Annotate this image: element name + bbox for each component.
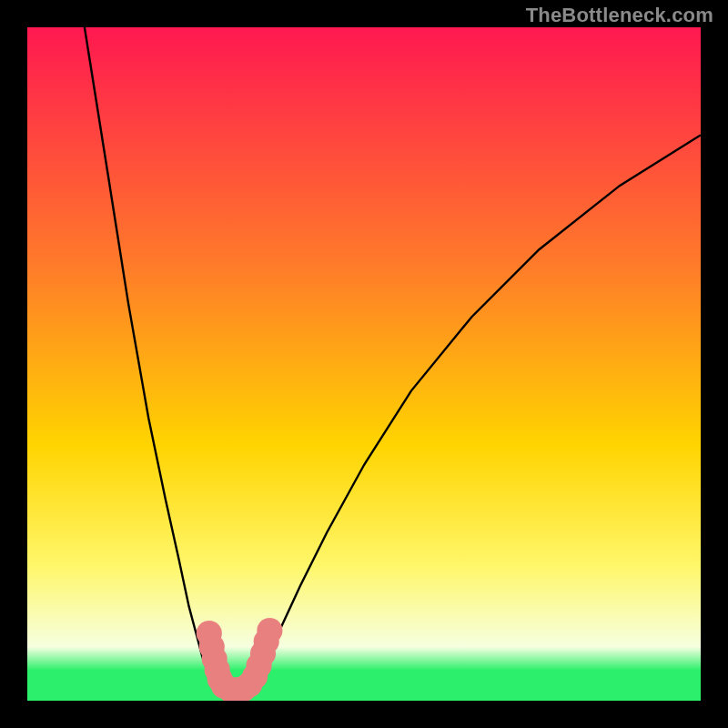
green-threshold-band xyxy=(27,671,701,701)
gradient-background xyxy=(27,27,701,701)
plot-area xyxy=(27,27,701,701)
chart-svg xyxy=(27,27,701,701)
watermark-text: TheBottleneck.com xyxy=(526,4,713,27)
outer-frame: TheBottleneck.com xyxy=(0,0,728,728)
marker-right-cluster-top xyxy=(257,618,282,643)
